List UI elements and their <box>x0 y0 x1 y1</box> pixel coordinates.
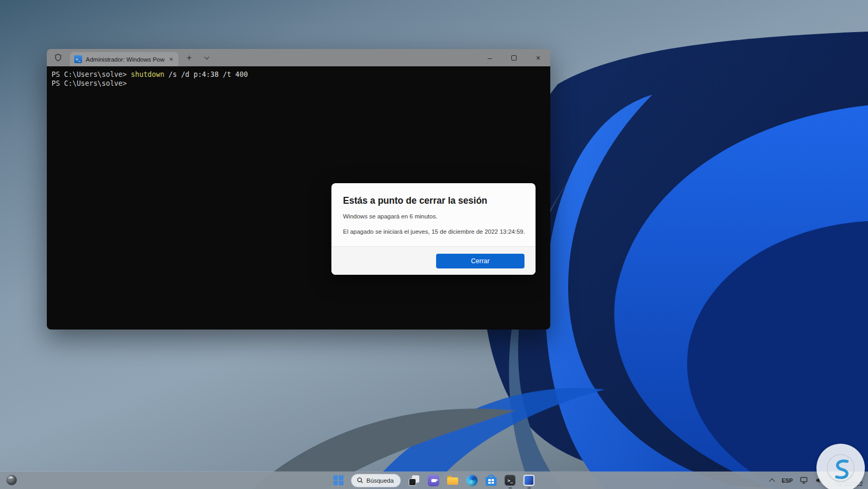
dialog-content: Estás a punto de cerrar la sesión Window… <box>331 183 536 246</box>
cerrar-button[interactable]: Cerrar <box>436 254 524 268</box>
microsoft-store-button[interactable] <box>486 475 497 486</box>
maximize-icon <box>511 55 517 61</box>
folder-icon <box>447 477 458 485</box>
terminal-titlebar[interactable]: >_ Administrador: Windows Pow × + – × <box>47 49 550 66</box>
search-label: Búsqueda <box>367 477 394 484</box>
file-explorer-button[interactable] <box>447 476 458 485</box>
task-view-icon <box>408 475 420 486</box>
minimize-button[interactable]: – <box>478 49 502 66</box>
desktop: >_ Administrador: Windows Pow × + – × PS… <box>0 0 868 489</box>
search-icon <box>357 477 364 484</box>
shutdown-dialog: Estás a punto de cerrar la sesión Window… <box>331 183 536 275</box>
app-window-icon <box>523 475 534 486</box>
running-app-button[interactable] <box>523 475 534 486</box>
edge-button[interactable] <box>466 475 478 486</box>
tab-close-icon[interactable]: × <box>168 56 174 63</box>
maximize-button[interactable] <box>502 49 526 66</box>
powershell-icon: >_ <box>74 55 82 63</box>
start-button[interactable] <box>334 475 344 485</box>
dialog-message-1: Windows se apagará en 6 minutos. <box>343 213 524 219</box>
dialog-title: Estás a punto de cerrar la sesión <box>343 195 524 206</box>
admin-shield-icon <box>54 53 63 62</box>
tab-dropdown-button[interactable] <box>201 56 214 59</box>
taskbar-center: Búsqueda >_ <box>0 472 868 489</box>
search-box[interactable]: Búsqueda <box>351 474 401 487</box>
chat-button[interactable] <box>428 475 439 486</box>
chevron-down-icon <box>204 54 209 59</box>
command-text: shutdown <box>131 71 165 78</box>
store-icon <box>486 477 497 486</box>
new-tab-button[interactable]: + <box>187 54 191 62</box>
terminal-taskbar-button[interactable]: >_ <box>504 475 516 486</box>
close-button[interactable]: × <box>526 49 550 66</box>
command-args-text: /s /d p:4:38 /t 400 <box>164 71 248 78</box>
terminal-icon: >_ <box>504 475 516 486</box>
running-indicator <box>527 487 531 489</box>
terminal-tab[interactable]: >_ Administrador: Windows Pow × <box>70 52 178 66</box>
task-view-button[interactable] <box>408 475 420 486</box>
watermark-swirl-icon <box>824 452 857 484</box>
network-icon[interactable] <box>800 476 808 484</box>
windows-logo-icon <box>334 475 344 485</box>
terminal-tab-title: Administrador: Windows Pow <box>86 56 168 63</box>
taskbar: Búsqueda >_ <box>0 472 868 489</box>
chat-icon <box>428 475 439 486</box>
dialog-footer: Cerrar <box>331 246 536 275</box>
tray-overflow-button[interactable] <box>771 478 775 483</box>
running-indicator <box>508 487 512 489</box>
edge-icon <box>466 475 478 486</box>
prompt-text: PS C:\Users\solve> <box>52 79 127 87</box>
dialog-message-2: El apagado se iniciará el jueves, 15 de … <box>343 228 524 235</box>
watermark-logo <box>816 444 865 489</box>
language-indicator[interactable]: ESP <box>782 477 793 484</box>
prompt-text: PS C:\Users\solve> <box>52 71 131 78</box>
terminal-line: PS C:\Users\solve> shutdown /s /d p:4:38… <box>52 70 546 79</box>
terminal-line: PS C:\Users\solve> <box>52 79 546 88</box>
